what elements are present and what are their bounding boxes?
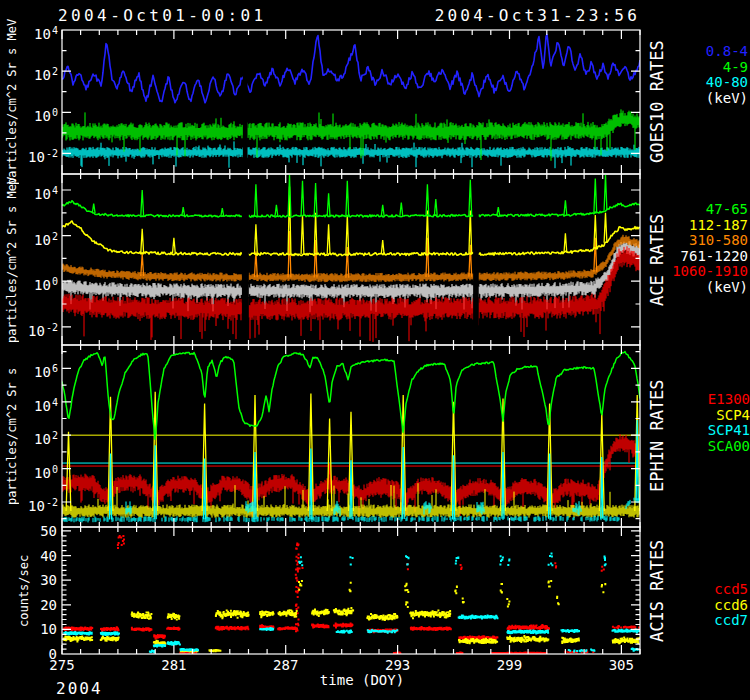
instrument-label-acis: ACIS RATES (646, 527, 668, 654)
x-tick-label: 299 (479, 657, 539, 673)
legend-item: ccd7 (714, 613, 748, 629)
legend-acis: ccd5ccd6ccd7 (714, 582, 748, 629)
legend-item: ccd6 (714, 598, 748, 614)
x-tick-label: 275 (32, 657, 92, 673)
legend-item: 310-580 (672, 233, 748, 249)
legend-ephin: E1300SCP4SCP41SCA00 (708, 392, 750, 454)
legend-item: 112-187 (672, 218, 748, 234)
plot-svg (0, 0, 750, 700)
legend-item: 4-9 (706, 60, 748, 76)
x-tick-label: 293 (368, 657, 428, 673)
legend-goes10: 0.8-44-940-80(keV) (706, 44, 748, 106)
legend-item: ccd5 (714, 582, 748, 598)
year-label: 2004 (56, 679, 103, 698)
y-axis-label-ace: particles/cm^2 Sr s MeV (3, 174, 21, 345)
x-axis-label: time (DOY) (262, 672, 462, 688)
legend-item: SCP4 (708, 408, 750, 424)
panel-ephin (62, 352, 640, 523)
x-tick-label: 287 (256, 657, 316, 673)
instrument-label-goes10: GOES10 RATES (646, 30, 668, 174)
y-axis-label-acis: counts/sec (15, 527, 33, 654)
panel-acis (63, 535, 641, 655)
y-axis-label-ephin: particles/cm^2 Sr s (3, 345, 21, 527)
legend-item: E1300 (708, 392, 750, 408)
legend-item: (keV) (706, 91, 748, 107)
legend-item: 40-80 (706, 75, 748, 91)
instrument-label-ephin: EPHIN RATES (646, 345, 668, 527)
x-tick-label: 305 (591, 657, 651, 673)
legend-item: 47-65 (672, 202, 748, 218)
legend-item: SCP41 (708, 423, 750, 439)
radiation-rates-chart: 2004-Oct01-00:01 2004-Oct31-23:56 104102… (0, 0, 750, 700)
legend-item: 761-1220 (672, 249, 748, 265)
instrument-label-ace: ACE RATES (646, 174, 668, 345)
y-axis-label-goes10: particles/cm^2 Sr s MeV (3, 30, 21, 174)
legend-item: SCA00 (708, 439, 750, 455)
legend-item: 1060-1910 (672, 264, 748, 280)
legend-item: 0.8-4 (706, 44, 748, 60)
legend-item: (keV) (672, 280, 748, 296)
x-tick-label: 281 (144, 657, 204, 673)
panel-ace (62, 175, 640, 344)
legend-ace: 47-65112-187310-580761-12201060-1910(keV… (672, 202, 748, 295)
panel-goes10 (62, 31, 640, 173)
